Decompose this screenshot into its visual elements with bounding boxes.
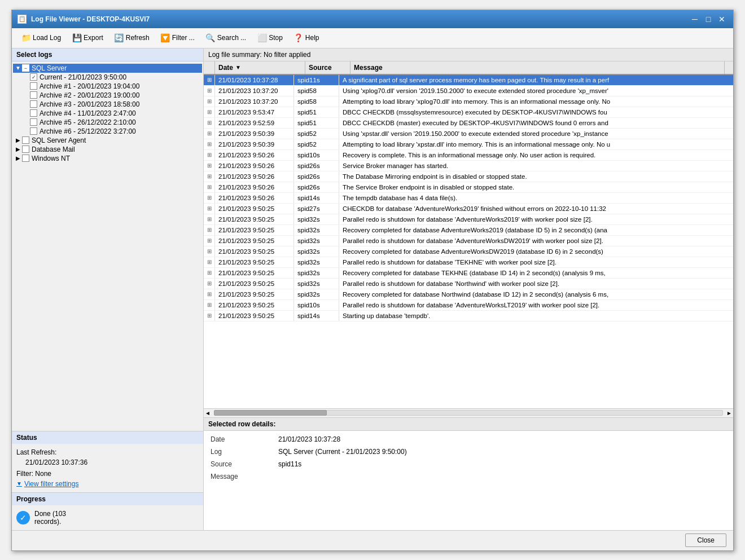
detail-source-row: Source spid11s bbox=[211, 460, 726, 468]
stop-icon: ⬜ bbox=[257, 33, 266, 42]
expander-db-mail[interactable]: ▶ bbox=[14, 145, 22, 153]
stop-button[interactable]: ⬜ Stop bbox=[252, 31, 288, 45]
label-archive3: Archive #3 - 20/01/2023 18:58:00 bbox=[40, 100, 139, 108]
help-button[interactable]: ❓ Help bbox=[289, 31, 325, 45]
search-button[interactable]: 🔍 Search ... bbox=[201, 31, 251, 45]
checkbox-sql-server[interactable] bbox=[22, 64, 29, 72]
row-source: spid32s bbox=[294, 225, 339, 235]
refresh-button[interactable]: 🔄 Refresh bbox=[109, 31, 155, 45]
checkbox-archive1[interactable] bbox=[30, 82, 37, 90]
log-table-body[interactable]: ⊞ 21/01/2023 10:37:28 spid11s A signific… bbox=[204, 75, 733, 408]
checkbox-archive6[interactable] bbox=[30, 127, 37, 135]
row-date: 21/01/2023 9:50:25 bbox=[215, 214, 294, 224]
detail-log-row: Log SQL Server (Current - 21/01/2023 9:5… bbox=[211, 448, 726, 456]
row-expand-icon: ⊞ bbox=[204, 300, 215, 310]
checkbox-db-mail[interactable] bbox=[22, 145, 29, 153]
scrollbar-track[interactable] bbox=[214, 410, 723, 416]
log-row[interactable]: ⊞ 21/01/2023 9:53:47 spid51 DBCC CHECKDB… bbox=[204, 107, 733, 118]
tree-item-archive1[interactable]: Archive #1 - 20/01/2023 19:04:00 bbox=[13, 82, 202, 91]
help-label: Help bbox=[305, 34, 319, 42]
checkbox-archive5[interactable] bbox=[30, 118, 37, 126]
row-message: Parallel redo is shutdown for database '… bbox=[339, 236, 733, 246]
title-controls: ─ □ ✕ bbox=[689, 14, 728, 25]
tree-item-sql-server[interactable]: ▼ SQL Server bbox=[13, 64, 202, 73]
expander-sql-server[interactable]: ▼ bbox=[14, 64, 22, 72]
log-row[interactable]: ⊞ 21/01/2023 9:50:25 spid32s Parallel re… bbox=[204, 279, 733, 289]
log-row[interactable]: ⊞ 21/01/2023 9:50:26 spid10s Recovery is… bbox=[204, 150, 733, 161]
status-section-title: Status bbox=[12, 431, 203, 444]
log-row[interactable]: ⊞ 21/01/2023 9:50:25 spid32s Parallel re… bbox=[204, 236, 733, 246]
checkbox-archive3[interactable] bbox=[30, 100, 37, 108]
scroll-right-button[interactable]: ► bbox=[725, 410, 733, 416]
log-row[interactable]: ⊞ 21/01/2023 9:50:25 spid32s Recovery co… bbox=[204, 246, 733, 257]
tree-item-archive5[interactable]: Archive #5 - 26/12/2022 2:10:00 bbox=[13, 118, 202, 127]
row-date: 21/01/2023 9:52:59 bbox=[215, 118, 294, 128]
checkbox-sql-agent[interactable] bbox=[22, 136, 29, 144]
export-icon: 💾 bbox=[72, 33, 81, 42]
log-row[interactable]: ⊞ 21/01/2023 9:50:25 spid14s Starting up… bbox=[204, 311, 733, 321]
minimize-button[interactable]: ─ bbox=[689, 14, 700, 25]
label-db-mail: Database Mail bbox=[32, 145, 75, 153]
row-message: Parallel redo is shutdown for database '… bbox=[339, 279, 733, 289]
log-row[interactable]: ⊞ 21/01/2023 9:50:26 spid14s The tempdb … bbox=[204, 193, 733, 204]
log-row[interactable]: ⊞ 21/01/2023 9:50:25 spid32s Parallel re… bbox=[204, 257, 733, 268]
log-row[interactable]: ⊞ 21/01/2023 9:50:25 spid32s Recovery co… bbox=[204, 268, 733, 279]
close-window-button[interactable]: ✕ bbox=[716, 14, 728, 25]
detail-log-value: SQL Server (Current - 21/01/2023 9:50:00… bbox=[278, 448, 726, 456]
checkbox-current[interactable] bbox=[30, 73, 37, 81]
tree-item-archive2[interactable]: Archive #2 - 20/01/2023 19:00:00 bbox=[13, 91, 202, 100]
tree-item-archive3[interactable]: Archive #3 - 20/01/2023 18:58:00 bbox=[13, 100, 202, 109]
row-message: A significant part of sql server process… bbox=[339, 75, 733, 85]
row-source: spid26s bbox=[294, 171, 339, 182]
row-date: 21/01/2023 9:50:25 bbox=[215, 246, 294, 257]
export-button[interactable]: 💾 Export bbox=[67, 31, 108, 45]
log-row[interactable]: ⊞ 21/01/2023 9:50:26 spid26s The Service… bbox=[204, 182, 733, 193]
label-archive6: Archive #6 - 25/12/2022 3:27:00 bbox=[40, 127, 136, 135]
expander-windows-nt[interactable]: ▶ bbox=[14, 155, 22, 162]
close-button[interactable]: Close bbox=[685, 533, 726, 547]
log-row[interactable]: ⊞ 21/01/2023 10:37:28 spid11s A signific… bbox=[204, 75, 733, 86]
row-date: 21/01/2023 9:50:25 bbox=[215, 289, 294, 299]
log-row[interactable]: ⊞ 21/01/2023 9:50:39 spid52 Using 'xpsta… bbox=[204, 129, 733, 139]
log-row[interactable]: ⊞ 21/01/2023 9:50:25 spid27s CHECKDB for… bbox=[204, 204, 733, 214]
view-filter-settings-link[interactable]: ▼ View filter settings bbox=[16, 480, 199, 488]
log-row[interactable]: ⊞ 21/01/2023 9:50:25 spid32s Recovery co… bbox=[204, 289, 733, 300]
log-row[interactable]: ⊞ 21/01/2023 10:37:20 spid58 Attempting … bbox=[204, 96, 733, 107]
col-header-source[interactable]: Source bbox=[305, 61, 350, 74]
checkbox-archive2[interactable] bbox=[30, 91, 37, 99]
row-message: Recovery completed for database Adventur… bbox=[339, 225, 733, 235]
maximize-button[interactable]: □ bbox=[703, 14, 714, 25]
log-table-area: Date ▼ Source Message ⊞ 21/01/2023 10:37… bbox=[204, 61, 733, 417]
load-log-button[interactable]: 📁 Load Log bbox=[16, 31, 66, 45]
checkbox-windows-nt[interactable] bbox=[22, 155, 29, 162]
tree-item-db-mail[interactable]: ▶ Database Mail bbox=[13, 145, 202, 154]
row-date: 21/01/2023 9:50:39 bbox=[215, 129, 294, 139]
row-message: Parallel redo is shutdown for database '… bbox=[339, 300, 733, 310]
col-header-date[interactable]: Date ▼ bbox=[215, 61, 305, 74]
tree-item-archive6[interactable]: Archive #6 - 25/12/2022 3:27:00 bbox=[13, 127, 202, 136]
expander-current bbox=[22, 73, 30, 81]
filter-button[interactable]: 🔽 Filter ... bbox=[156, 31, 200, 45]
log-row[interactable]: ⊞ 21/01/2023 9:50:39 spid52 Attempting t… bbox=[204, 139, 733, 150]
log-row[interactable]: ⊞ 21/01/2023 9:50:25 spid10s Parallel re… bbox=[204, 300, 733, 311]
expander-sql-agent[interactable]: ▶ bbox=[14, 136, 22, 144]
scroll-left-button[interactable]: ◄ bbox=[204, 410, 212, 416]
scrollbar-thumb[interactable] bbox=[214, 410, 327, 416]
row-expand-icon: ⊞ bbox=[204, 182, 215, 192]
tree-area[interactable]: ▼ SQL Server Current - 21/01/2023 9:50:0… bbox=[12, 61, 203, 431]
tree-item-archive4[interactable]: Archive #4 - 11/01/2023 2:47:00 bbox=[13, 109, 202, 118]
tree-item-sql-agent[interactable]: ▶ SQL Server Agent bbox=[13, 136, 202, 145]
tree-item-windows-nt[interactable]: ▶ Windows NT bbox=[13, 154, 202, 163]
detail-date-value: 21/01/2023 10:37:28 bbox=[278, 435, 726, 443]
log-row[interactable]: ⊞ 21/01/2023 9:50:26 spid26s Service Bro… bbox=[204, 161, 733, 171]
checkbox-archive4[interactable] bbox=[30, 109, 37, 117]
log-row[interactable]: ⊞ 21/01/2023 9:50:25 spid32s Parallel re… bbox=[204, 214, 733, 225]
log-row[interactable]: ⊞ 21/01/2023 9:50:25 spid32s Recovery co… bbox=[204, 225, 733, 236]
tree-item-current[interactable]: Current - 21/01/2023 9:50:00 bbox=[13, 73, 202, 82]
log-row[interactable]: ⊞ 21/01/2023 9:52:59 spid51 DBCC CHECKDB… bbox=[204, 118, 733, 129]
log-row[interactable]: ⊞ 21/01/2023 10:37:20 spid58 Using 'xplo… bbox=[204, 86, 733, 96]
row-date: 21/01/2023 10:37:20 bbox=[215, 96, 294, 107]
log-row[interactable]: ⊞ 21/01/2023 9:50:26 spid26s The Databas… bbox=[204, 171, 733, 182]
col-header-message[interactable]: Message bbox=[350, 61, 724, 74]
horizontal-scrollbar[interactable]: ◄ ► bbox=[204, 408, 733, 417]
